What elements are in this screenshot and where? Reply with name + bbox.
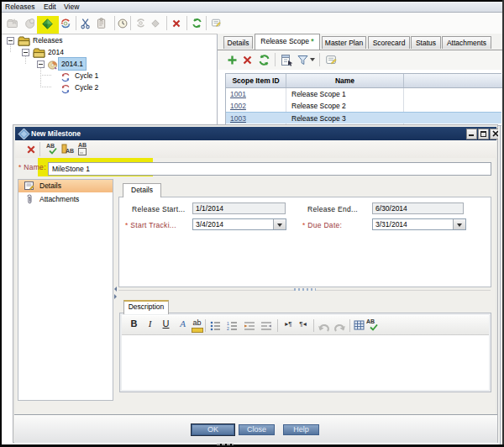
svg-text:2: 2 (227, 326, 229, 331)
